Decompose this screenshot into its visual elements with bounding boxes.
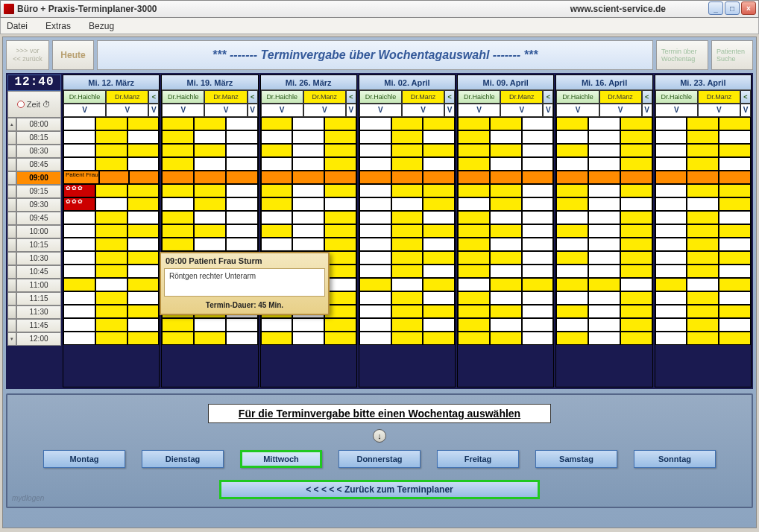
- doctor-manz[interactable]: Dr.Manz: [106, 90, 148, 104]
- schedule-slot[interactable]: [423, 278, 455, 291]
- schedule-slot[interactable]: [687, 305, 719, 318]
- weekday-donnerstag[interactable]: Donnerstag: [338, 450, 421, 468]
- schedule-slot[interactable]: [359, 318, 391, 332]
- schedule-slot[interactable]: [127, 117, 160, 130]
- schedule-slot[interactable]: [194, 144, 226, 157]
- schedule-slot[interactable]: [588, 305, 620, 318]
- schedule-slot[interactable]: [588, 251, 620, 265]
- schedule-slot[interactable]: [719, 238, 751, 251]
- schedule-slot[interactable]: [359, 224, 391, 238]
- v-header[interactable]: V: [204, 104, 247, 117]
- weekday-dienstag[interactable]: Dienstag: [142, 450, 224, 468]
- schedule-slot[interactable]: [162, 184, 194, 197]
- heute-button[interactable]: Heute: [52, 40, 94, 70]
- scroll-up-button[interactable]: [7, 252, 16, 265]
- v-header[interactable]: V: [248, 104, 258, 117]
- schedule-slot[interactable]: [359, 291, 391, 305]
- schedule-slot[interactable]: [423, 224, 455, 238]
- v-header[interactable]: V: [359, 104, 402, 117]
- time-slot[interactable]: 08:30: [16, 145, 61, 158]
- doctor-manz[interactable]: Dr.Manz: [204, 90, 247, 104]
- schedule-slot[interactable]: [458, 171, 490, 184]
- schedule-slot[interactable]: [620, 171, 652, 184]
- schedule-slot[interactable]: [63, 332, 95, 345]
- schedule-slot[interactable]: [719, 265, 751, 278]
- schedule-slot[interactable]: [162, 211, 194, 224]
- schedule-slot[interactable]: [95, 278, 127, 291]
- schedule-slot[interactable]: [655, 278, 687, 291]
- doctor-haichle[interactable]: Dr.Haichle: [458, 90, 500, 104]
- v-header[interactable]: V: [346, 104, 356, 117]
- schedule-slot[interactable]: [490, 318, 522, 332]
- schedule-slot[interactable]: [556, 130, 588, 144]
- schedule-slot[interactable]: [620, 332, 652, 345]
- schedule-slot[interactable]: [324, 144, 356, 157]
- schedule-slot[interactable]: [292, 238, 324, 251]
- menu-extras[interactable]: Extras: [45, 21, 71, 31]
- schedule-slot[interactable]: [655, 171, 687, 184]
- schedule-slot[interactable]: [226, 197, 258, 211]
- schedule-slot[interactable]: [261, 130, 293, 144]
- schedule-slot[interactable]: [458, 184, 490, 197]
- schedule-slot[interactable]: [490, 238, 522, 251]
- schedule-slot[interactable]: [620, 291, 652, 305]
- schedule-slot[interactable]: [194, 332, 226, 345]
- schedule-slot[interactable]: [458, 251, 490, 265]
- scroll-up-button[interactable]: [7, 279, 16, 292]
- schedule-slot[interactable]: [522, 224, 554, 238]
- collapse-button[interactable]: <: [148, 90, 159, 104]
- schedule-slot[interactable]: [359, 144, 391, 157]
- schedule-slot[interactable]: [423, 117, 455, 130]
- schedule-slot[interactable]: [522, 305, 554, 318]
- schedule-slot[interactable]: [719, 157, 751, 171]
- schedule-slot[interactable]: [719, 318, 751, 332]
- schedule-slot[interactable]: [292, 318, 324, 332]
- schedule-slot[interactable]: [127, 265, 160, 278]
- schedule-slot[interactable]: [588, 278, 620, 291]
- schedule-slot[interactable]: [556, 171, 588, 184]
- schedule-slot[interactable]: [391, 144, 423, 157]
- schedule-slot[interactable]: [261, 157, 293, 171]
- schedule-slot[interactable]: [226, 224, 258, 238]
- schedule-slot[interactable]: [490, 305, 522, 318]
- schedule-slot[interactable]: [687, 211, 719, 224]
- schedule-slot[interactable]: [719, 171, 751, 184]
- termin-wochentag-button[interactable]: Termin über Wochentag: [656, 40, 708, 70]
- schedule-slot[interactable]: [226, 144, 258, 157]
- time-slot[interactable]: 10:30: [16, 252, 61, 265]
- schedule-slot[interactable]: [490, 171, 522, 184]
- schedule-slot[interactable]: Patient Frau: [63, 171, 99, 184]
- schedule-slot[interactable]: [261, 171, 293, 184]
- schedule-slot[interactable]: [458, 117, 490, 130]
- schedule-slot[interactable]: [324, 184, 356, 197]
- schedule-slot[interactable]: [63, 291, 95, 305]
- schedule-slot[interactable]: [588, 117, 620, 130]
- minimize-button[interactable]: _: [708, 1, 723, 15]
- weekday-mittwoch[interactable]: Mittwoch: [240, 450, 322, 468]
- schedule-slot[interactable]: [391, 332, 423, 345]
- schedule-slot[interactable]: [588, 318, 620, 332]
- schedule-slot[interactable]: [324, 117, 356, 130]
- menu-bezug[interactable]: Bezug: [89, 21, 114, 31]
- schedule-slot[interactable]: [127, 157, 160, 171]
- schedule-slot[interactable]: [292, 332, 324, 345]
- scroll-up-button[interactable]: [7, 265, 16, 279]
- schedule-slot[interactable]: [655, 305, 687, 318]
- schedule-slot[interactable]: [458, 305, 490, 318]
- schedule-slot[interactable]: [324, 157, 356, 171]
- schedule-slot[interactable]: [588, 265, 620, 278]
- schedule-slot[interactable]: [292, 184, 324, 197]
- v-header[interactable]: V: [303, 104, 346, 117]
- schedule-slot[interactable]: [655, 332, 687, 345]
- schedule-slot[interactable]: [687, 238, 719, 251]
- doctor-manz[interactable]: Dr.Manz: [500, 90, 543, 104]
- schedule-slot[interactable]: [359, 117, 391, 130]
- schedule-slot[interactable]: [162, 157, 194, 171]
- schedule-slot[interactable]: [423, 197, 455, 211]
- schedule-slot[interactable]: [95, 197, 127, 211]
- schedule-slot[interactable]: [458, 278, 490, 291]
- schedule-slot[interactable]: [655, 157, 687, 171]
- doctor-haichle[interactable]: Dr.Haichle: [261, 90, 303, 104]
- schedule-slot[interactable]: [95, 251, 127, 265]
- schedule-slot[interactable]: [261, 197, 293, 211]
